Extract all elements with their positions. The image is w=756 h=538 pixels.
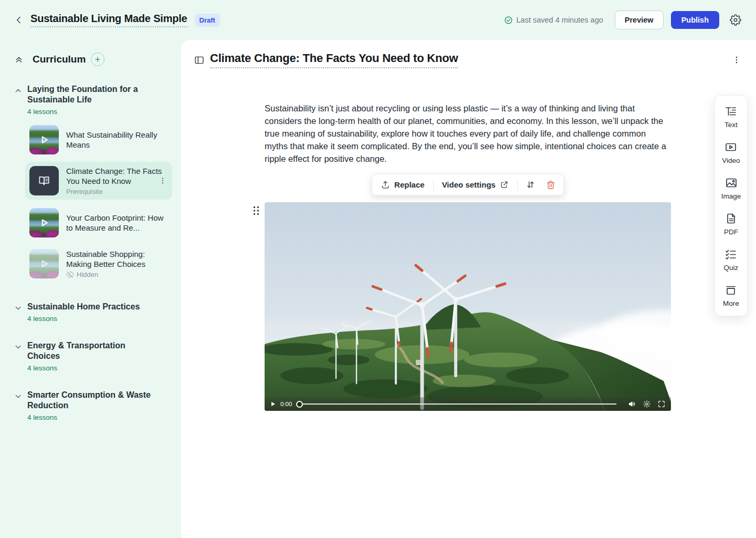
player-settings-icon[interactable] — [643, 400, 651, 408]
palette-label: More — [723, 299, 739, 307]
section-header[interactable]: Laying the Foundation for a Sustainable … — [0, 84, 181, 116]
archive-box-icon — [724, 284, 737, 296]
panel-toggle-icon[interactable] — [194, 55, 205, 66]
section-header[interactable]: Energy & Transportation Choices 4 lesson… — [0, 340, 181, 372]
collapse-all-icon[interactable] — [14, 54, 24, 65]
video-block-toolbar: Replace Video settings — [372, 174, 564, 195]
palette-label: Text — [724, 121, 738, 129]
chevron-down-icon[interactable] — [14, 392, 24, 421]
lesson-page-title[interactable]: Climate Change: The Facts You Need to Kn… — [210, 51, 458, 68]
upload-icon — [381, 180, 390, 190]
back-button[interactable] — [12, 13, 26, 27]
divider — [433, 179, 434, 191]
section-lesson-count: 4 lessons — [27, 413, 156, 421]
lesson-title: Your Carbon Footprint: How to Measure an… — [66, 213, 168, 233]
saved-status: Last saved 4 minutes ago — [504, 16, 603, 25]
lesson-kebab-icon[interactable] — [159, 177, 167, 185]
palette-label: Image — [721, 192, 741, 200]
volume-icon[interactable] — [628, 400, 636, 408]
seek-knob[interactable] — [296, 401, 303, 408]
palette-label: Video — [722, 157, 740, 164]
seek-bar[interactable] — [296, 401, 624, 408]
add-section-button[interactable] — [91, 53, 104, 66]
section-header[interactable]: Smarter Consumption & Waste Reduction 4 … — [0, 390, 181, 421]
text-icon — [724, 105, 737, 118]
section-title: Sustainable Home Practices — [27, 302, 140, 312]
play-button[interactable] — [270, 401, 276, 407]
video-settings-button[interactable]: Video settings — [439, 179, 512, 190]
add-text-block-button[interactable]: Text — [724, 105, 738, 129]
reorder-block-button[interactable] — [523, 179, 538, 191]
video-player-controls: 0:00 — [265, 397, 671, 411]
play-icon — [29, 208, 59, 237]
replace-button[interactable]: Replace — [377, 179, 428, 191]
check-circle-icon — [504, 16, 513, 25]
wind-turbines-video-still — [265, 202, 671, 411]
drag-handle-icon[interactable] — [253, 205, 260, 216]
lesson-options-kebab-icon[interactable] — [730, 53, 743, 67]
add-quiz-block-button[interactable]: Quiz — [724, 248, 739, 272]
curriculum-title: Curriculum — [33, 54, 86, 65]
section-lesson-count: 4 lessons — [27, 315, 140, 323]
external-link-icon — [500, 180, 509, 189]
play-icon — [29, 125, 59, 154]
status-badge: Draft — [195, 14, 220, 27]
eye-off-icon — [66, 271, 74, 278]
publish-button[interactable]: Publish — [671, 11, 719, 29]
fullscreen-icon[interactable] — [657, 400, 666, 408]
lesson-reading-thumbnail — [29, 166, 59, 195]
lesson-title: What Sustainability Really Means — [66, 130, 168, 150]
lesson-video-thumbnail — [29, 125, 59, 154]
lesson-editor-panel: Climate Change: The Facts You Need to Kn… — [181, 40, 756, 538]
header-actions: Last saved 4 minutes ago Preview Publish — [504, 11, 743, 29]
book-icon — [37, 174, 51, 188]
playback-time: 0:00 — [280, 401, 292, 407]
chevron-down-icon[interactable] — [14, 304, 24, 323]
palette-label: Quiz — [724, 264, 739, 272]
section-header[interactable]: Sustainable Home Practices 4 lessons — [0, 302, 181, 323]
curriculum-section: Sustainable Home Practices 4 lessons — [0, 302, 181, 323]
chevron-up-icon[interactable] — [14, 86, 24, 116]
lesson-title: Climate Change: The Facts You Need to Kn… — [66, 166, 168, 186]
saved-status-text: Last saved 4 minutes ago — [517, 16, 603, 24]
lesson-hidden-label: Hidden — [77, 271, 98, 278]
video-frame[interactable]: 0:00 — [265, 202, 671, 411]
lesson-intro-paragraph[interactable]: Sustainability isn’t just about recyclin… — [265, 102, 671, 165]
curriculum-section: Smarter Consumption & Waste Reduction 4 … — [0, 390, 181, 421]
lesson-item[interactable]: What Sustainability Really Means — [25, 121, 172, 159]
section-title: Laying the Foundation for a Sustainable … — [27, 84, 156, 105]
settings-gear-icon[interactable] — [728, 12, 743, 28]
curriculum-section: Laying the Foundation for a Sustainable … — [0, 84, 181, 283]
lesson-video-thumbnail — [29, 208, 59, 237]
seek-track[interactable] — [303, 404, 616, 405]
video-settings-label: Video settings — [442, 180, 496, 189]
add-pdf-block-button[interactable]: PDF — [724, 212, 738, 236]
course-title[interactable]: Sustainable Living Made Simple — [30, 13, 187, 27]
chevron-down-icon[interactable] — [14, 343, 24, 372]
more-blocks-button[interactable]: More — [723, 284, 739, 307]
palette-label: PDF — [724, 228, 738, 236]
image-icon — [725, 177, 738, 189]
lesson-prerequisite-label: Prerequisite — [66, 188, 168, 195]
add-image-block-button[interactable]: Image — [721, 177, 741, 200]
curriculum-sidebar: Curriculum Laying the Foundation for a S… — [0, 40, 181, 538]
section-lesson-count: 4 lessons — [27, 108, 156, 116]
pdf-icon — [725, 212, 738, 225]
lesson-video-thumbnail — [29, 249, 59, 278]
insert-block-palette: Text Video Image PDF Quiz — [715, 95, 748, 316]
section-title: Energy & Transportation Choices — [27, 340, 156, 361]
replace-label: Replace — [394, 180, 425, 189]
video-block[interactable]: 0:00 — [265, 202, 671, 411]
preview-button[interactable]: Preview — [615, 11, 664, 29]
lesson-item-selected[interactable]: Climate Change: The Facts You Need to Kn… — [25, 162, 172, 200]
quiz-icon — [724, 248, 737, 261]
video-icon — [724, 141, 737, 153]
section-title: Smarter Consumption & Waste Reduction — [27, 390, 156, 411]
lesson-item[interactable]: Your Carbon Footprint: How to Measure an… — [25, 204, 172, 242]
divider — [517, 179, 518, 191]
add-video-block-button[interactable]: Video — [722, 141, 740, 164]
lesson-item-hidden[interactable]: Sustainable Shopping: Making Better Choi… — [25, 245, 172, 283]
section-lesson-count: 4 lessons — [27, 364, 156, 372]
play-icon — [29, 249, 59, 278]
delete-block-button[interactable] — [543, 179, 558, 191]
